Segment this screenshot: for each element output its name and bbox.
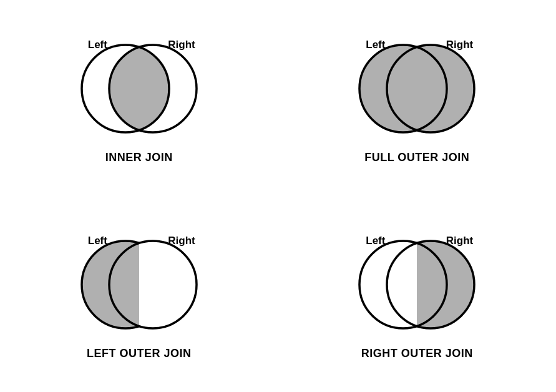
full-outer-join-left-label: Left <box>366 39 385 51</box>
inner-join-label: INNER JOIN <box>105 151 173 164</box>
right-outer-join-right-label: Right <box>446 235 473 247</box>
left-outer-join-right-label: Right <box>168 235 195 247</box>
full-outer-join-diagram: Left Right <box>348 32 485 145</box>
inner-join-right-label: Right <box>168 39 195 51</box>
right-outer-join-label: RIGHT OUTER JOIN <box>361 347 473 360</box>
inner-join-left-label: Left <box>88 39 107 51</box>
full-outer-join-label: FULL OUTER JOIN <box>364 151 469 164</box>
inner-join-diagram: Left Right <box>71 32 208 145</box>
right-outer-join-left-label: Left <box>366 235 385 247</box>
left-outer-join-label: LEFT OUTER JOIN <box>87 347 192 360</box>
right-outer-join-cell: Left Right RIGHT OUTER JOIN <box>278 196 557 392</box>
left-outer-join-diagram: Left Right <box>71 228 208 341</box>
left-outer-join-left-label: Left <box>88 235 107 247</box>
inner-join-cell: Left Right INNER JOIN <box>0 0 278 196</box>
full-outer-join-cell: Left Right FULL OUTER JOIN <box>278 0 557 196</box>
right-outer-join-diagram: Left Right <box>348 228 485 341</box>
left-outer-join-cell: Left Right LEFT OUTER JOIN <box>0 196 278 392</box>
full-outer-join-right-label: Right <box>446 39 473 51</box>
